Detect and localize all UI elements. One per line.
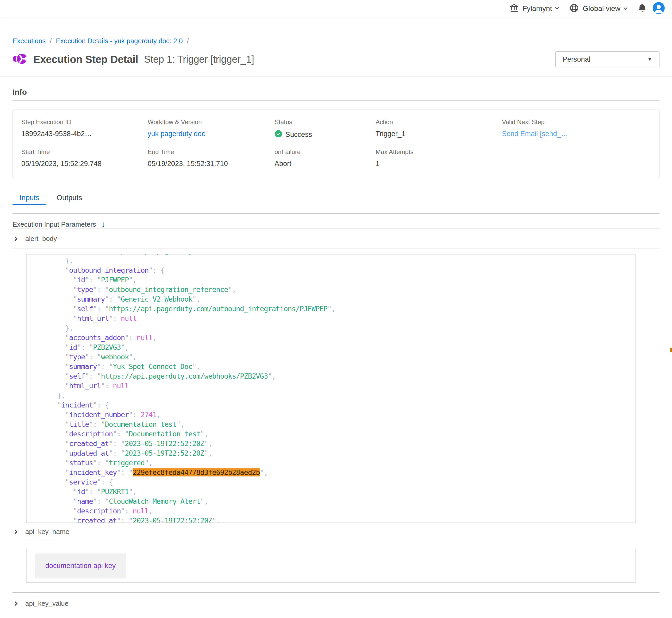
institution-icon [509, 3, 519, 14]
section-label: api_key_value [25, 600, 69, 608]
field-label: Status [274, 118, 375, 126]
section-api-key-value[interactable]: api_key_value [12, 595, 660, 612]
code-line: "summary": "Yuk Spot Connect Doc", [33, 362, 635, 371]
field-value: 18992a43-9538-4b2… [21, 130, 148, 138]
code-line: "html_url": null [33, 314, 635, 323]
workflow-link[interactable]: yuk pagerduty doc [148, 130, 274, 138]
code-line: "self": "https://api.pagerduty.com/webho… [33, 371, 635, 381]
params-header: Execution Input Parameters ↓ [12, 220, 660, 228]
field-label: Start Time [21, 148, 148, 156]
info-card: Step Execution ID 18992a43-9538-4b2… Wor… [12, 110, 660, 178]
field-label: onFailure [274, 148, 375, 156]
breadcrumb-executions-link[interactable]: Executions [12, 37, 46, 45]
page-subtitle: Step 1: Trigger [trigger_1] [144, 54, 254, 65]
alert-body-json-viewer[interactable]: "self": "https://api.pagerduty.com/servi… [26, 254, 636, 523]
code-line: "summary": "Generic V2 Webhook", [33, 294, 635, 304]
next-step-link[interactable]: Send Email [send_… [502, 130, 651, 138]
view-name: Global view [583, 4, 620, 13]
page-title-row: Execution Step Detail Step 1: Trigger [t… [12, 51, 660, 68]
code-line: "updated_at": "2023-05-19T22:52:20Z", [33, 448, 635, 458]
code-line: "status": "triggered", [33, 458, 635, 468]
code-line: }, [33, 256, 635, 266]
top-bar: Fylamynt Global view [0, 0, 672, 17]
code-line: "service": { [33, 477, 635, 487]
code-line: "description": "Documentation test", [33, 429, 635, 439]
page: Fylamynt Global view [0, 0, 672, 618]
chevron-down-icon [623, 5, 628, 10]
field-label: Max Attempts [375, 148, 502, 156]
field-value: 05/19/2023, 15:52:29.748 [21, 160, 148, 168]
main-content: Executions / Execution Details - yuk pag… [0, 37, 672, 612]
download-arrow-icon[interactable]: ↓ [101, 220, 105, 228]
workflow-step-icon [12, 52, 27, 67]
chevron-right-icon [13, 601, 17, 606]
section-label: api_key_name [25, 528, 69, 536]
section-api-key-name[interactable]: api_key_name [12, 523, 660, 540]
field-on-failure: onFailure Abort [274, 148, 375, 168]
code-line: "incident_number": 2741, [33, 410, 635, 419]
success-check-icon [274, 130, 282, 139]
code-line: "title": "Documentation test", [33, 419, 635, 429]
tab-bar: Inputs Outputs [0, 191, 672, 205]
api-key-name-chip[interactable]: documentation api key [35, 553, 126, 579]
section-alert-body[interactable]: alert_body [12, 229, 660, 248]
breadcrumb-execution-details-link[interactable]: Execution Details - yuk pagerduty doc: 2… [56, 37, 183, 45]
section-label: alert_body [25, 235, 57, 243]
divider [12, 213, 660, 214]
field-status: Status Success [274, 118, 375, 139]
code-line: "created_at": "2023-05-19T22:52:20Z", [33, 516, 635, 523]
code-line: "id": "PUZKRT1", [33, 487, 635, 497]
code-line: "self": "https://api.pagerduty.com/servi… [33, 254, 635, 256]
notifications-bell-icon[interactable] [638, 3, 648, 14]
breadcrumb-separator: / [50, 37, 52, 45]
view-switcher[interactable]: Global view [569, 3, 627, 14]
code-line: "description": null, [33, 506, 635, 516]
code-line: "type": "webhook", [33, 352, 635, 362]
code-line: "name": "CloudWatch-Memory-Alert", [33, 497, 635, 506]
code-line: }, [33, 391, 635, 400]
tab-inputs[interactable]: Inputs [12, 191, 47, 205]
field-label: Action [375, 118, 502, 126]
breadcrumb: Executions / Execution Details - yuk pag… [12, 37, 660, 45]
field-value: Abort [274, 160, 375, 168]
field-label: End Time [148, 148, 274, 156]
divider [12, 592, 660, 593]
scope-dropdown[interactable]: Personal ▼ [555, 51, 660, 68]
page-title: Execution Step Detail [33, 54, 138, 65]
field-max-attempts: Max Attempts 1 [375, 148, 502, 168]
status-text: Success [285, 131, 312, 139]
field-label: Valid Next Step [502, 118, 651, 126]
code-line: }, [33, 323, 635, 333]
field-end-time: End Time 05/19/2023, 15:52:31.710 [148, 148, 274, 168]
code-content: "self": "https://api.pagerduty.com/servi… [26, 254, 635, 523]
code-line: "id": "PJFWPEP", [33, 275, 635, 285]
params-title: Execution Input Parameters [12, 220, 96, 228]
scope-dropdown-value: Personal [563, 56, 590, 64]
field-value: 05/19/2023, 15:52:31.710 [148, 160, 274, 168]
field-start-time: Start Time 05/19/2023, 15:52:29.748 [21, 148, 148, 168]
chevron-down-icon [555, 5, 559, 10]
field-value: Trigger_1 [375, 130, 502, 138]
field-value: 1 [375, 160, 502, 168]
info-row-1: Step Execution ID 18992a43-9538-4b2… Wor… [21, 118, 651, 139]
code-line: "incident_key": "229efec8feda44778d3fe69… [33, 468, 635, 477]
code-line: "self": "https://api.pagerduty.com/outbo… [33, 304, 635, 314]
scrollbar-search-marker[interactable] [670, 348, 672, 352]
status-badge: Success [274, 130, 375, 139]
code-line: "html_url": null [33, 381, 635, 391]
code-line: "id": "PZB2VG3", [33, 342, 635, 352]
org-switcher[interactable]: Fylamynt [509, 3, 559, 14]
field-valid-next-step: Valid Next Step Send Email [send_… [502, 118, 651, 139]
globe-icon [569, 3, 579, 14]
user-avatar[interactable] [653, 2, 665, 15]
chevron-right-icon [13, 529, 17, 534]
api-key-name-panel: documentation api key [26, 549, 636, 583]
code-line: "type": "outbound_integration_reference"… [33, 285, 635, 294]
tab-outputs[interactable]: Outputs [50, 191, 89, 205]
field-label: Step Execution ID [21, 118, 148, 126]
divider [0, 77, 672, 77]
org-name: Fylamynt [522, 4, 552, 13]
divider [632, 3, 633, 14]
divider [12, 248, 660, 249]
info-heading: Info [12, 88, 660, 97]
